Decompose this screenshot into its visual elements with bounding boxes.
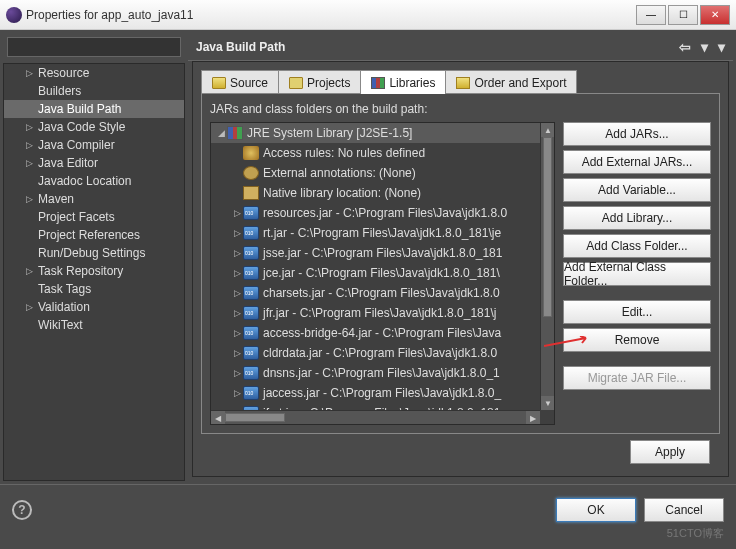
sidebar-item-label: Project Facets <box>38 210 115 224</box>
tree-row[interactable]: ▷jce.jar - C:\Program Files\Java\jdk1.8.… <box>211 263 540 283</box>
tree-row[interactable]: ▷jfxrt.jar - C:\Program Files\Java\jdk1.… <box>211 403 540 410</box>
tab-label: Projects <box>307 76 350 90</box>
jar-icon <box>243 306 259 320</box>
jar-icon <box>243 206 259 220</box>
add-external-class-folder-button[interactable]: Add External Class Folder... <box>563 262 711 286</box>
horizontal-scrollbar[interactable]: ◀ ▶ <box>211 410 540 424</box>
sidebar-item-java-code-style[interactable]: ▷Java Code Style <box>4 118 184 136</box>
ok-button[interactable]: OK <box>556 498 636 522</box>
sidebar-item-builders[interactable]: Builders <box>4 82 184 100</box>
sidebar-item-label: Resource <box>38 66 89 80</box>
tree-row[interactable]: Access rules: No rules defined <box>211 143 540 163</box>
menu-icon[interactable]: ▾ <box>718 39 725 55</box>
tree-row[interactable]: ▷dnsns.jar - C:\Program Files\Java\jdk1.… <box>211 363 540 383</box>
sidebar-item-label: Run/Debug Settings <box>38 246 145 260</box>
sidebar-item-project-references[interactable]: Project References <box>4 226 184 244</box>
sidebar-item-label: Java Build Path <box>38 102 121 116</box>
tree-row[interactable]: ▷access-bridge-64.jar - C:\Program Files… <box>211 323 540 343</box>
add-library-button[interactable]: Add Library... <box>563 206 711 230</box>
sidebar-item-label: Task Tags <box>38 282 91 296</box>
tree-row-label: jaccess.jar - C:\Program Files\Java\jdk1… <box>263 386 501 400</box>
tree-row[interactable]: ▷resources.jar - C:\Program Files\Java\j… <box>211 203 540 223</box>
tree-row[interactable]: ▷jaccess.jar - C:\Program Files\Java\jdk… <box>211 383 540 403</box>
tree-row[interactable]: External annotations: (None) <box>211 163 540 183</box>
jar-icon <box>243 326 259 340</box>
ann-icon <box>243 166 259 180</box>
close-button[interactable]: ✕ <box>700 5 730 25</box>
add-external-jars-button[interactable]: Add External JARs... <box>563 150 711 174</box>
tree-row[interactable]: ◢JRE System Library [J2SE-1.5] <box>211 123 540 143</box>
add-variable-button[interactable]: Add Variable... <box>563 178 711 202</box>
add-class-folder-button[interactable]: Add Class Folder... <box>563 234 711 258</box>
sidebar-item-label: Javadoc Location <box>38 174 131 188</box>
tree-row-label: rt.jar - C:\Program Files\Java\jdk1.8.0_… <box>263 226 501 240</box>
jar-tree[interactable]: ◢JRE System Library [J2SE-1.5]Access rul… <box>210 122 555 425</box>
sidebar-item-label: Java Editor <box>38 156 98 170</box>
jar-icon <box>243 286 259 300</box>
eclipse-icon <box>6 7 22 23</box>
sidebar-item-task-tags[interactable]: Task Tags <box>4 280 184 298</box>
remove-button[interactable]: Remove <box>563 328 711 352</box>
sidebar-item-java-build-path[interactable]: Java Build Path <box>4 100 184 118</box>
maximize-button[interactable]: ☐ <box>668 5 698 25</box>
sidebar-item-label: Builders <box>38 84 81 98</box>
src-icon <box>212 77 226 89</box>
sidebar-item-resource[interactable]: ▷Resource <box>4 64 184 82</box>
tree-row-label: jsse.jar - C:\Program Files\Java\jdk1.8.… <box>263 246 502 260</box>
tree-row[interactable]: ▷jfr.jar - C:\Program Files\Java\jdk1.8.… <box>211 303 540 323</box>
sidebar-item-run-debug-settings[interactable]: Run/Debug Settings <box>4 244 184 262</box>
category-tree[interactable]: ▷ResourceBuildersJava Build Path▷Java Co… <box>3 63 185 481</box>
lib-icon <box>371 77 385 89</box>
sidebar-item-label: Task Repository <box>38 264 123 278</box>
apply-button[interactable]: Apply <box>630 440 710 464</box>
sidebar-item-task-repository[interactable]: ▷Task Repository <box>4 262 184 280</box>
sidebar-item-label: Maven <box>38 192 74 206</box>
back-icon[interactable]: ⇦ <box>679 39 691 55</box>
sidebar-item-maven[interactable]: ▷Maven <box>4 190 184 208</box>
edit-button[interactable]: Edit... <box>563 300 711 324</box>
jar-icon <box>243 386 259 400</box>
tree-row-label: charsets.jar - C:\Program Files\Java\jdk… <box>263 286 500 300</box>
sidebar-item-label: Project References <box>38 228 140 242</box>
tab-libraries[interactable]: Libraries <box>360 70 446 94</box>
forward-icon[interactable]: ▾ <box>701 39 708 55</box>
jre-icon <box>227 126 243 140</box>
help-icon[interactable]: ? <box>12 500 32 520</box>
tree-row[interactable]: ▷rt.jar - C:\Program Files\Java\jdk1.8.0… <box>211 223 540 243</box>
tree-row-label: jfr.jar - C:\Program Files\Java\jdk1.8.0… <box>263 306 496 320</box>
jar-icon <box>243 346 259 360</box>
tree-row[interactable]: ▷charsets.jar - C:\Program Files\Java\jd… <box>211 283 540 303</box>
page-title: Java Build Path <box>196 40 679 54</box>
filter-input[interactable] <box>7 37 181 57</box>
tree-row-label: External annotations: (None) <box>263 166 416 180</box>
minimize-button[interactable]: ― <box>636 5 666 25</box>
tree-row-label: Access rules: No rules defined <box>263 146 425 160</box>
tree-row-label: dnsns.jar - C:\Program Files\Java\jdk1.8… <box>263 366 500 380</box>
tree-row-label: Native library location: (None) <box>263 186 421 200</box>
tree-row[interactable]: ▷cldrdata.jar - C:\Program Files\Java\jd… <box>211 343 540 363</box>
sidebar-item-java-compiler[interactable]: ▷Java Compiler <box>4 136 184 154</box>
sidebar-item-javadoc-location[interactable]: Javadoc Location <box>4 172 184 190</box>
nat-icon <box>243 186 259 200</box>
tab-order-and-export[interactable]: Order and Export <box>445 70 577 94</box>
tree-row-label: resources.jar - C:\Program Files\Java\jd… <box>263 206 507 220</box>
tree-row-label: access-bridge-64.jar - C:\Program Files\… <box>263 326 501 340</box>
window-title: Properties for app_auto_java11 <box>26 8 634 22</box>
vertical-scrollbar[interactable]: ▲ ▼ <box>540 123 554 410</box>
sidebar-item-java-editor[interactable]: ▷Java Editor <box>4 154 184 172</box>
tree-row-label: jce.jar - C:\Program Files\Java\jdk1.8.0… <box>263 266 500 280</box>
sidebar-item-wikitext[interactable]: WikiText <box>4 316 184 334</box>
jar-icon <box>243 266 259 280</box>
sidebar-item-project-facets[interactable]: Project Facets <box>4 208 184 226</box>
add-jars-button[interactable]: Add JARs... <box>563 122 711 146</box>
tree-row[interactable]: ▷jsse.jar - C:\Program Files\Java\jdk1.8… <box>211 243 540 263</box>
tab-source[interactable]: Source <box>201 70 279 94</box>
tree-row[interactable]: Native library location: (None) <box>211 183 540 203</box>
prj-icon <box>289 77 303 89</box>
tree-row-label: JRE System Library [J2SE-1.5] <box>247 126 412 140</box>
cancel-button[interactable]: Cancel <box>644 498 724 522</box>
jar-icon <box>243 366 259 380</box>
tab-label: Order and Export <box>474 76 566 90</box>
sidebar-item-validation[interactable]: ▷Validation <box>4 298 184 316</box>
tab-projects[interactable]: Projects <box>278 70 361 94</box>
